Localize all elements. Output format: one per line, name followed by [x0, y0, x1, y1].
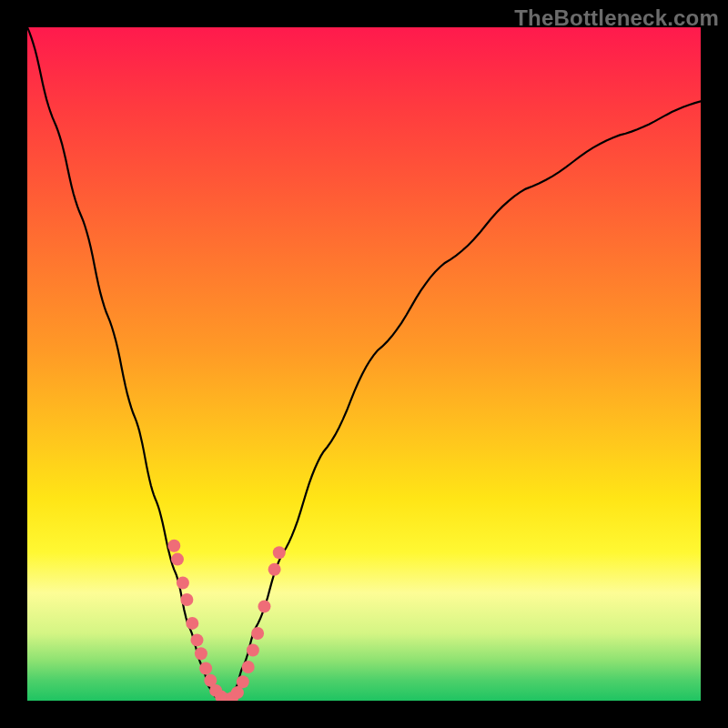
- data-dot: [171, 553, 184, 566]
- data-dot: [247, 644, 259, 657]
- data-dot: [237, 675, 249, 688]
- bottleneck-curve-svg: [27, 27, 701, 701]
- data-dot: [177, 577, 189, 590]
- data-dot: [273, 546, 286, 559]
- data-dot: [231, 686, 244, 699]
- data-dot: [180, 593, 193, 606]
- data-dot: [226, 692, 238, 701]
- data-dot: [191, 633, 204, 646]
- data-dot: [220, 693, 233, 702]
- data-dot: [195, 647, 207, 660]
- scatter-dots: [167, 540, 285, 701]
- bottleneck-curve: [27, 27, 701, 701]
- data-dot: [204, 674, 217, 687]
- data-dot: [199, 662, 212, 675]
- chart-frame: TheBottleneck.com: [0, 0, 728, 728]
- chart-plot-area: [27, 27, 701, 701]
- data-dot: [209, 684, 222, 697]
- data-dot: [215, 691, 228, 701]
- data-dot: [258, 600, 271, 612]
- data-dot: [268, 563, 281, 576]
- data-dot: [251, 627, 264, 640]
- data-dot: [167, 540, 180, 552]
- data-dot: [186, 617, 198, 630]
- data-dot: [242, 661, 255, 673]
